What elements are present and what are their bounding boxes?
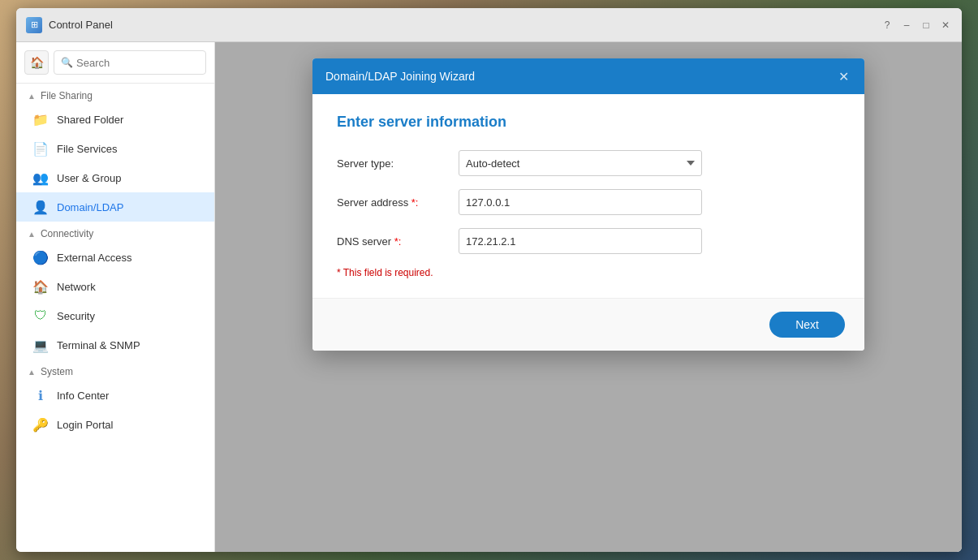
- main-window: ⊞ Control Panel ? – □ ✕ 🏠 🔍 ▲ File Shar: [16, 8, 962, 552]
- sidebar-item-info-center-label: Info Center: [57, 390, 109, 402]
- sidebar-item-security[interactable]: 🛡 Security: [16, 301, 214, 330]
- main-panel: Domain/LDAP Joining Wizard ✕ Enter serve…: [215, 42, 962, 552]
- help-button[interactable]: ?: [881, 19, 894, 32]
- dns-server-label: DNS server *:: [337, 235, 459, 248]
- security-icon: 🛡: [32, 308, 49, 324]
- sidebar-item-external-access-label: External Access: [57, 252, 132, 264]
- search-input-wrap[interactable]: 🔍: [54, 50, 206, 75]
- dialog-title: Domain/LDAP Joining Wizard: [325, 70, 475, 83]
- sidebar-item-network[interactable]: 🏠 Network: [16, 272, 214, 301]
- network-icon: 🏠: [32, 278, 49, 295]
- terminal-icon: 💻: [32, 337, 49, 353]
- server-address-row: Server address *:: [337, 189, 840, 215]
- server-type-control: Auto-detect Active Directory (AD) LDAP A…: [459, 150, 702, 176]
- window-controls: ? – □ ✕: [881, 19, 952, 32]
- server-type-row: Server type: Auto-detect Active Director…: [337, 150, 840, 176]
- file-services-icon: 📄: [32, 140, 49, 157]
- domain-icon: 👤: [32, 199, 49, 215]
- title-bar: ⊞ Control Panel ? – □ ✕: [16, 8, 962, 42]
- server-type-label: Server type:: [337, 157, 459, 170]
- user-group-icon: 👥: [32, 170, 49, 186]
- minimize-button[interactable]: –: [900, 19, 913, 32]
- external-access-icon: 🔵: [32, 249, 49, 265]
- dialog-header: Domain/LDAP Joining Wizard ✕: [312, 58, 864, 94]
- dialog-close-button[interactable]: ✕: [835, 68, 851, 84]
- search-icon: 🔍: [61, 57, 73, 68]
- sidebar-section-system-label: System: [41, 366, 73, 377]
- next-button[interactable]: Next: [769, 312, 845, 338]
- server-address-input[interactable]: [459, 189, 702, 215]
- sidebar-item-terminal-snmp-label: Terminal & SNMP: [57, 339, 140, 351]
- sidebar-section-file-sharing-label: File Sharing: [41, 90, 93, 101]
- search-bar: 🏠 🔍: [16, 42, 214, 84]
- sidebar-item-user-group-label: User & Group: [57, 172, 121, 184]
- maximize-button[interactable]: □: [920, 19, 933, 32]
- dns-server-required: *:: [391, 235, 401, 248]
- sidebar-item-domain-ldap-label: Domain/LDAP: [57, 201, 123, 213]
- server-address-required: *:: [408, 196, 418, 209]
- modal-overlay: Domain/LDAP Joining Wizard ✕ Enter serve…: [215, 42, 962, 552]
- chevron-up-icon-3: ▲: [28, 368, 36, 377]
- server-address-control: [459, 189, 702, 215]
- info-center-icon: ℹ: [32, 387, 49, 403]
- dns-server-input[interactable]: [459, 228, 702, 254]
- search-input[interactable]: [76, 57, 199, 69]
- sidebar-item-user-group[interactable]: 👥 User & Group: [16, 163, 214, 192]
- sidebar-item-shared-folder[interactable]: 📁 Shared Folder: [16, 105, 214, 134]
- chevron-up-icon-2: ▲: [28, 230, 36, 239]
- domain-ldap-dialog: Domain/LDAP Joining Wizard ✕ Enter serve…: [312, 58, 864, 351]
- sidebar-item-file-services[interactable]: 📄 File Services: [16, 134, 214, 163]
- dialog-body: Enter server information Server type: Au…: [312, 94, 864, 298]
- dialog-section-title: Enter server information: [337, 114, 840, 131]
- sidebar-section-connectivity-label: Connectivity: [41, 228, 93, 239]
- content-area: 🏠 🔍 ▲ File Sharing 📁 Shared Folder 📄 Fil…: [16, 42, 962, 552]
- chevron-up-icon: ▲: [28, 92, 36, 101]
- app-icon: ⊞: [26, 17, 42, 33]
- sidebar-item-external-access[interactable]: 🔵 External Access: [16, 243, 214, 272]
- server-address-label: Server address *:: [337, 196, 459, 209]
- server-type-select[interactable]: Auto-detect Active Directory (AD) LDAP A…: [459, 150, 702, 176]
- home-button[interactable]: 🏠: [24, 50, 49, 75]
- dns-server-control: [459, 228, 702, 254]
- sidebar-item-shared-folder-label: Shared Folder: [57, 114, 123, 126]
- dialog-footer: Next: [312, 298, 864, 351]
- sidebar-section-connectivity[interactable]: ▲ Connectivity: [16, 222, 214, 243]
- sidebar-item-network-label: Network: [57, 281, 96, 293]
- sidebar-item-login-portal-label: Login Portal: [57, 419, 113, 431]
- sidebar-section-file-sharing[interactable]: ▲ File Sharing: [16, 84, 214, 105]
- required-error-text: * This field is required.: [337, 267, 840, 278]
- sidebar-section-system[interactable]: ▲ System: [16, 360, 214, 381]
- close-button[interactable]: ✕: [939, 19, 952, 32]
- sidebar: 🏠 🔍 ▲ File Sharing 📁 Shared Folder 📄 Fil…: [16, 42, 215, 552]
- window-title: Control Panel: [49, 19, 881, 31]
- sidebar-item-security-label: Security: [57, 310, 95, 322]
- sidebar-item-domain-ldap[interactable]: 👤 Domain/LDAP: [16, 192, 214, 222]
- sidebar-item-login-portal[interactable]: 🔑 Login Portal: [16, 410, 214, 439]
- sidebar-item-file-services-label: File Services: [57, 143, 117, 155]
- login-portal-icon: 🔑: [32, 416, 49, 433]
- sidebar-item-terminal-snmp[interactable]: 💻 Terminal & SNMP: [16, 330, 214, 360]
- dns-server-row: DNS server *:: [337, 228, 840, 254]
- sidebar-item-info-center[interactable]: ℹ Info Center: [16, 381, 214, 410]
- folder-icon: 📁: [32, 111, 49, 127]
